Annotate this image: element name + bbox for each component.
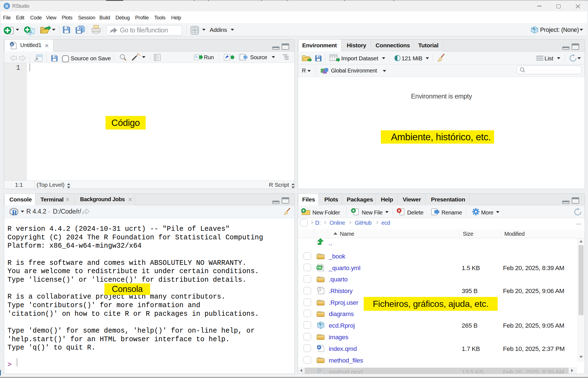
svg-text:R: R [533, 27, 535, 30]
svg-text:YML: YML [317, 266, 322, 269]
svg-text:R: R [319, 322, 322, 325]
svg-text:R: R [12, 209, 17, 217]
svg-text:R: R [5, 4, 8, 8]
svg-text:R: R [11, 43, 13, 46]
